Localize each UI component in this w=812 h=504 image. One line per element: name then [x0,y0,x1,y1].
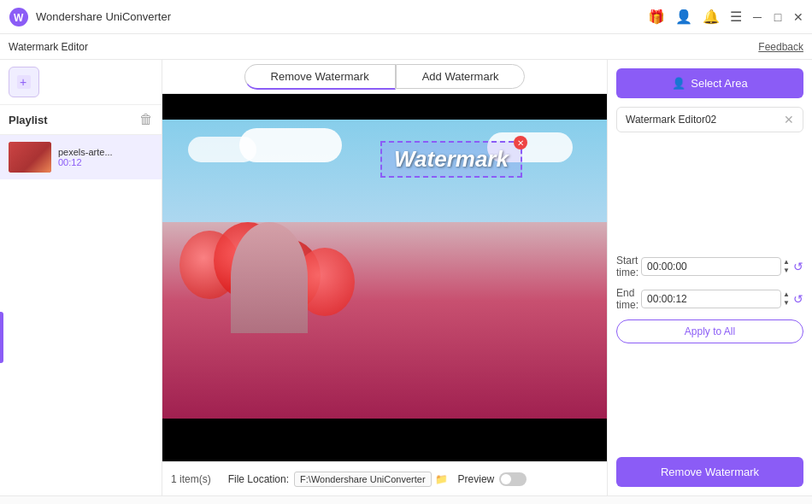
items-count: 1 item(s) [171,473,211,485]
select-area-button[interactable]: 👤 Select Area [616,68,803,98]
video-frame: ✕ Watermark ▶ ◁ ▷ 00:02/00:12 [162,94,607,461]
feedback-link[interactable]: Feedback [758,41,803,53]
titlebar-icons: 🎁 👤 🔔 ☰ ─ □ ✕ [648,9,803,25]
video-preview: ✕ Watermark [162,94,607,461]
user-area-icon: 👤 [672,77,685,90]
start-time-arrows: ▲ ▼ [783,258,790,274]
app-footer: ❓ 🔔 🔄 formats. pictures. of media files. [0,495,812,504]
watermark-text: Watermark [394,146,509,172]
app-title: Wondershare UniConverter [36,10,648,23]
center-panel: Remove Watermark Add Watermark [162,60,607,495]
sidebar-header: Playlist 🗑 [0,105,162,135]
file-location-label: File Location: [228,473,289,485]
bell-icon[interactable]: 🔔 [703,9,720,25]
playlist-item[interactable]: pexels-arte... 00:12 [0,135,162,179]
end-time-label: End time: [616,287,641,311]
toggle-knob [501,474,511,484]
apply-to-all-button[interactable]: Apply to All [616,319,803,343]
playlist-item-duration: 00:12 [58,157,113,167]
svg-text:+: + [20,75,26,89]
tabs-bar: Remove Watermark Add Watermark [162,60,607,94]
playlist-item-name: pexels-arte... [58,147,113,157]
video-top-bar [162,94,607,120]
end-time-down-arrow[interactable]: ▼ [783,299,790,308]
preview-label: Preview [458,473,495,485]
watermark-tag-close-button[interactable]: ✕ [784,113,794,126]
watermark-close-button[interactable]: ✕ [514,136,527,149]
preview-toggle[interactable] [499,472,527,486]
close-button[interactable]: ✕ [793,12,803,22]
sidebar: + Playlist 🗑 pexels-arte... 00:12 [0,60,162,495]
bottom-bar: 1 item(s) File Location: F:\Wondershare … [162,461,607,495]
minimize-button[interactable]: ─ [752,12,762,22]
subbar: Watermark Editor Feedback [0,34,812,60]
end-time-arrows: ▲ ▼ [783,290,790,307]
start-time-input[interactable] [641,257,781,276]
menu-icon[interactable]: ☰ [730,9,742,25]
playlist-info: pexels-arte... 00:12 [58,147,113,167]
watermark-selection-box[interactable]: ✕ Watermark [380,141,522,178]
watermark-tag-name: Watermark Editor02 [626,114,777,126]
watermark-tag: Watermark Editor02 ✕ [616,107,803,132]
app-logo: W [9,7,29,27]
playlist-thumbnail [9,142,51,173]
user-icon[interactable]: 👤 [675,9,692,25]
start-time-row: Start time: ▲ ▼ ↺ [616,255,803,278]
right-panel: 👤 Select Area Watermark Editor02 ✕ Start… [607,60,812,495]
playlist-title: Playlist [9,114,48,126]
end-time-up-arrow[interactable]: ▲ [783,290,790,299]
remove-watermark-tab[interactable]: Remove Watermark [244,64,396,90]
watermark-editor-label: Watermark Editor [9,41,88,53]
svg-text:W: W [14,12,24,24]
titlebar: W Wondershare UniConverter 🎁 👤 🔔 ☰ ─ □ ✕ [0,0,812,34]
end-time-row: End time: ▲ ▼ ↺ [616,287,803,311]
maximize-button[interactable]: □ [773,12,783,22]
end-time-refresh-icon[interactable]: ↺ [793,292,803,306]
gift-icon[interactable]: 🎁 [648,9,665,25]
video-bottom-bar [162,419,607,461]
main-content: + Playlist 🗑 pexels-arte... 00:12 Remove [0,60,812,495]
folder-icon[interactable]: 📁 [435,473,448,485]
left-accent [0,312,3,363]
add-file-button[interactable]: + [9,67,39,97]
start-time-down-arrow[interactable]: ▼ [783,267,790,275]
delete-icon[interactable]: 🗑 [139,112,153,127]
file-location-value[interactable]: F:\Wondershare UniConverter [294,472,432,487]
start-time-refresh-icon[interactable]: ↺ [793,260,803,273]
start-time-up-arrow[interactable]: ▲ [783,258,790,267]
add-watermark-tab[interactable]: Add Watermark [396,64,526,89]
remove-watermark-button[interactable]: Remove Watermark [616,457,803,487]
end-time-input[interactable] [641,290,781,308]
start-time-label: Start time: [616,255,641,278]
